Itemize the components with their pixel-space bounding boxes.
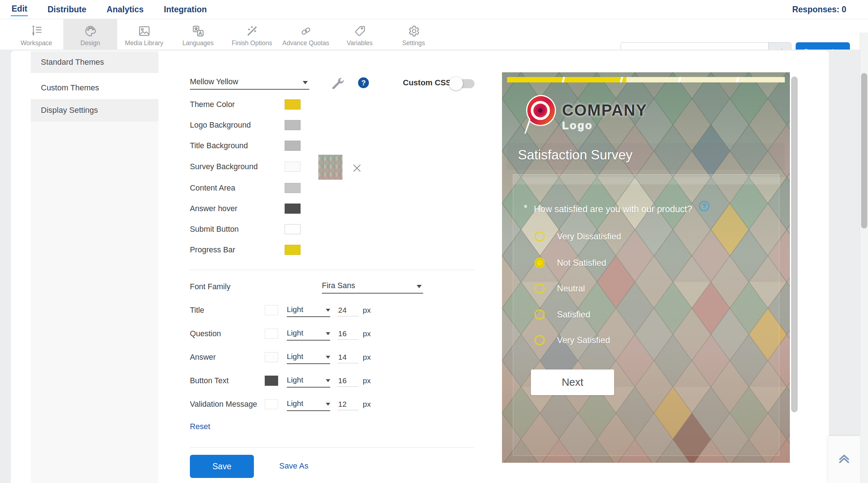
logo-background-swatch[interactable] — [285, 120, 301, 130]
toolbar-item-label: Design — [80, 39, 100, 47]
font-family-select[interactable]: Fira Sans — [322, 280, 423, 294]
question-text: How satisfied are you with our product? — [534, 204, 692, 214]
validation-size-input[interactable] — [337, 398, 358, 410]
survey-title: Satisfaction Survey — [518, 148, 633, 163]
option-label[interactable]: Satisfied — [557, 309, 590, 320]
toolbar-item-finish-options[interactable]: Finish Options — [225, 19, 279, 50]
responses-count: Responses: 0 — [792, 0, 846, 19]
unit-label: px — [363, 375, 371, 387]
button-text-weight-select[interactable]: Light — [287, 375, 330, 388]
radio-satisfied[interactable] — [535, 309, 545, 320]
unit-label: px — [363, 304, 371, 316]
answer-size-input[interactable] — [337, 351, 358, 363]
validation-color-swatch[interactable] — [265, 399, 278, 409]
toolbar-item-languages[interactable]: Languages — [171, 19, 225, 50]
answer-hover-swatch[interactable] — [285, 204, 301, 214]
survey-background-swatch[interactable] — [285, 162, 301, 172]
survey-progress-bar — [507, 77, 785, 82]
sidebar-item-custom-themes[interactable]: Custom Themes — [31, 77, 158, 99]
unit-label: px — [363, 328, 371, 340]
font-family-label: Font Family — [190, 281, 230, 293]
toolbar-item-label: Advance Quotas — [282, 39, 329, 47]
theme-color-swatch[interactable] — [285, 99, 301, 110]
preview-scrollbar-thumb[interactable] — [791, 77, 797, 412]
option-label[interactable]: Very Satisfied — [557, 335, 610, 345]
button-text-color-swatch[interactable] — [265, 376, 278, 386]
answer-color-swatch[interactable] — [265, 352, 278, 362]
remove-image-icon[interactable] — [352, 163, 362, 175]
nav-tab-integration[interactable]: Integration — [163, 3, 208, 16]
workspace-icon — [30, 22, 43, 38]
toolbar-item-design[interactable]: Design — [63, 19, 117, 50]
radio-neutral[interactable] — [535, 283, 545, 294]
question-color-swatch[interactable] — [265, 329, 278, 339]
font-family-value: Fira Sans — [322, 281, 355, 290]
weight-value: Light — [287, 305, 303, 313]
wrench-icon[interactable] — [331, 77, 345, 92]
toolbar-item-variables[interactable]: Variables — [333, 19, 387, 50]
question-weight-select[interactable]: Light — [287, 328, 330, 341]
section-divider — [190, 447, 475, 448]
title-size-input[interactable] — [337, 304, 358, 316]
top-nav: Edit Distribute Analytics Integration Re… — [0, 0, 868, 19]
variables-icon — [353, 22, 366, 38]
browser-scrollbar-thumb[interactable] — [861, 73, 867, 228]
progress-bar-swatch[interactable] — [285, 245, 301, 255]
next-button[interactable]: Next — [531, 369, 614, 395]
help-icon[interactable]: ? — [358, 77, 369, 88]
unit-label: px — [363, 351, 371, 363]
toolbar-item-media-library[interactable]: Media Library — [117, 19, 171, 50]
toolbar-item-label: Workspace — [21, 39, 52, 47]
answer-weight-select[interactable]: Light — [287, 351, 330, 364]
radio-not-satisfied[interactable] — [535, 258, 545, 268]
custom-css-toggle-knob[interactable] — [449, 77, 463, 90]
validation-weight-select[interactable]: Light — [287, 398, 330, 411]
survey-background-image-thumbnail[interactable] — [318, 155, 342, 180]
option-label[interactable]: Very Dissatisfied — [557, 231, 621, 241]
title-color-swatch[interactable] — [265, 305, 278, 315]
question-help-icon[interactable]: ? — [699, 201, 709, 211]
chevron-down-icon — [326, 379, 330, 382]
content-area-swatch[interactable] — [285, 183, 301, 193]
save-as-link[interactable]: Save As — [279, 461, 309, 471]
radio-very-dissatisfied[interactable] — [535, 231, 545, 241]
toolbar-item-advance-quotas[interactable]: Advance Quotas — [279, 19, 333, 50]
survey-progress-fill — [507, 77, 626, 82]
reset-link[interactable]: Reset — [190, 422, 210, 431]
button-text-size-input[interactable] — [337, 375, 358, 387]
nav-tab-analytics[interactable]: Analytics — [106, 3, 144, 16]
logo-company-name: COMPANY — [562, 101, 647, 119]
toolbar-item-settings[interactable]: Settings — [387, 19, 441, 50]
color-row-label: Progress Bar — [190, 244, 235, 256]
nav-tab-distribute[interactable]: Distribute — [47, 3, 87, 16]
finish-options-icon — [246, 22, 259, 38]
sidebar-column — [31, 121, 158, 483]
save-button[interactable]: Save — [190, 455, 254, 478]
logo-pin-icon — [522, 94, 557, 137]
theme-select-value: Mellow Yellow — [190, 77, 238, 86]
title-background-swatch[interactable] — [285, 141, 301, 151]
title-weight-select[interactable]: Light — [287, 304, 330, 317]
font-row-label: Question — [190, 328, 221, 340]
radio-very-satisfied[interactable] — [535, 335, 545, 345]
font-row-label: Answer — [190, 351, 216, 363]
question-size-input[interactable] — [337, 328, 358, 340]
browser-scrollbar-track[interactable] — [860, 33, 868, 483]
weight-value: Light — [287, 329, 303, 337]
toolbar-item-workspace[interactable]: Workspace — [9, 19, 63, 50]
sidebar-item-standard-themes[interactable]: Standard Themes — [31, 51, 158, 73]
toolbar-item-label: Variables — [347, 39, 373, 47]
content-area-overlay — [513, 174, 779, 456]
settings-icon — [407, 22, 420, 38]
section-divider — [190, 270, 475, 270]
sidebar-item-display-settings[interactable]: Display Settings — [31, 99, 158, 121]
font-row-label: Validation Message — [190, 398, 257, 410]
option-label[interactable]: Neutral — [557, 283, 585, 294]
custom-css-label: Custom CSS — [403, 77, 451, 88]
submit-button-swatch[interactable] — [285, 224, 301, 234]
nav-tab-edit[interactable]: Edit — [11, 3, 28, 16]
option-label[interactable]: Not Satisfied — [557, 258, 606, 268]
theme-select[interactable]: Mellow Yellow — [190, 76, 309, 90]
color-row-label: Survey Background — [190, 161, 258, 173]
scroll-to-top-button[interactable] — [828, 436, 860, 483]
